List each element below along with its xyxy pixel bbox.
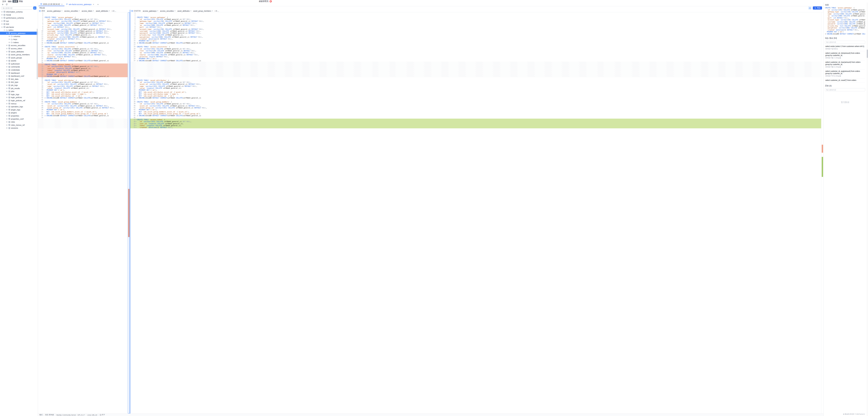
- expander-icon[interactable]: ⊟: [1, 26, 3, 28]
- document-tab-1[interactable]: 2025-12-30 08:34:42✕: [39, 3, 64, 6]
- tree-item-job_results[interactable]: ⊞job_results: [0, 87, 38, 90]
- expander-icon[interactable]: ⊞: [6, 48, 8, 49]
- expander-icon[interactable]: ⊞: [6, 94, 8, 95]
- tree-item-mysql[interactable]: ⊞mysql: [0, 13, 38, 16]
- close-tab-icon[interactable]: ✕: [108, 10, 110, 12]
- expander-icon[interactable]: ⊞: [6, 75, 8, 77]
- new-tab-button[interactable]: +: [96, 3, 100, 6]
- close-tab-icon[interactable]: ✕: [157, 10, 158, 12]
- expander-icon[interactable]: ⊞: [6, 118, 8, 120]
- expander-icon[interactable]: ⊞: [8, 41, 10, 43]
- expander-icon[interactable]: ⊞: [6, 127, 8, 129]
- tree-item-authorised[interactable]: ⊞authorised: [0, 62, 38, 65]
- tree-item-win-factor[interactable]: ⊟win-factor: [0, 26, 38, 29]
- expander-icon[interactable]: ⊞: [6, 72, 8, 74]
- expander-icon[interactable]: ⊞: [6, 124, 8, 126]
- expander-icon[interactable]: ⊞: [1, 17, 3, 19]
- editor-tab-access_gateways[interactable]: access_gateways✕: [143, 10, 158, 12]
- tree-item-roles[interactable]: ⊞roles: [0, 120, 38, 124]
- close-tab-icon[interactable]: ✕: [61, 3, 63, 5]
- tree-item-job_logs[interactable]: ⊞job_logs: [0, 84, 38, 87]
- tree-item-sessions[interactable]: ⊞sessions: [0, 127, 38, 130]
- refresh-icon[interactable]: [6, 3, 8, 5]
- tree-item-information_schema[interactable]: ⊞information_schema: [0, 10, 38, 13]
- expander-icon[interactable]: ⊞: [6, 103, 8, 105]
- tree-item-jobs[interactable]: ⊞jobs: [0, 90, 38, 93]
- expander-icon[interactable]: ⊞: [6, 109, 8, 111]
- tree-item-assets[interactable]: ⊞assets: [0, 59, 38, 63]
- tree-item-access_gateways[interactable]: ⊟access_gateways: [0, 32, 38, 35]
- menu-item-查看[interactable]: 查看: [12, 0, 18, 3]
- tree-item-asset_groups[interactable]: ⊞asset_groups: [0, 56, 38, 59]
- expander-icon[interactable]: ⊟: [3, 29, 5, 31]
- expander-icon[interactable]: ⊞: [6, 121, 8, 123]
- tree-item-access_token[interactable]: ⊞access_token: [0, 47, 38, 50]
- tree-item-keys[interactable]: ⊞keys: [0, 38, 38, 41]
- expander-icon[interactable]: ⊞: [6, 106, 8, 107]
- close-tab-icon[interactable]: ✕: [212, 10, 213, 12]
- tree-item-access_securities[interactable]: ⊞access_securities: [0, 44, 38, 47]
- menu-item-文件[interactable]: 文件: [1, 0, 7, 3]
- collapse-all-button[interactable]: [33, 6, 36, 9]
- expander-icon[interactable]: ⊞: [6, 54, 8, 56]
- expander-icon[interactable]: ⊞: [6, 51, 8, 53]
- close-tab-icon[interactable]: ✕: [174, 10, 176, 12]
- editor-tab-asset_attributes[interactable]: asset_attributes✕: [177, 10, 191, 12]
- expander-icon[interactable]: ⊞: [1, 11, 3, 13]
- expander-icon[interactable]: ⊞: [8, 35, 10, 37]
- source-overview-ruler[interactable]: [128, 12, 130, 131]
- editor-tab-access_securities[interactable]: access_securities✕: [160, 10, 176, 12]
- expander-icon[interactable]: ⊞: [6, 97, 8, 98]
- tree-item-menus[interactable]: ⊞menus: [0, 102, 38, 105]
- tree-item-credentials[interactable]: ⊞credentials: [0, 68, 38, 71]
- expander-icon[interactable]: ⊞: [6, 44, 8, 46]
- more-tabs-button[interactable]: + 4 ...: [112, 10, 116, 12]
- document-tab-2[interactable]: win-factor.access_gateways✕: [64, 3, 96, 6]
- expander-icon[interactable]: ⊞: [6, 69, 8, 71]
- expander-icon[interactable]: ⊞: [6, 66, 8, 68]
- sidebar-search-input[interactable]: [1, 6, 33, 9]
- tree-item-plugins[interactable]: ⊞plugins: [0, 111, 38, 114]
- tree-item-commands[interactable]: ⊞commands: [0, 65, 38, 69]
- target-code-area[interactable]: 123CREATE TABLE `access_gateways` (4 `id…: [130, 12, 273, 131]
- expander-icon[interactable]: ⊞: [1, 14, 3, 16]
- expander-icon[interactable]: ⊞: [8, 38, 10, 40]
- expander-icon[interactable]: ⊞: [1, 20, 3, 22]
- tree-item-columns[interactable]: ⊞columns: [0, 35, 38, 38]
- tree-item-asset_attributes[interactable]: ⊞asset_attributes: [0, 50, 38, 53]
- expander-icon[interactable]: ⊞: [6, 112, 8, 113]
- close-tab-icon[interactable]: ✕: [79, 10, 80, 12]
- expander-icon[interactable]: ⊟: [6, 32, 8, 34]
- expander-icon[interactable]: ⊞: [6, 63, 8, 65]
- expander-icon[interactable]: ⊞: [1, 23, 3, 25]
- expander-icon[interactable]: ⊞: [6, 84, 8, 86]
- close-tab-icon[interactable]: ✕: [93, 10, 94, 12]
- editor-tab-asset_attributes[interactable]: asset_attributes✕: [96, 10, 110, 12]
- expander-icon[interactable]: ⊞: [6, 88, 8, 89]
- expander-icon[interactable]: ⊞: [6, 115, 8, 117]
- expander-icon[interactable]: ⊞: [6, 60, 8, 62]
- sidebar-scrollbar[interactable]: [37, 13, 38, 117]
- tree-item-dict_type[interactable]: ⊞dict_type: [0, 81, 38, 84]
- menu-item-帮助[interactable]: 帮助: [18, 0, 24, 3]
- tree-item-login_policies[interactable]: ⊞login_policies: [0, 96, 38, 99]
- tree-item-properties_conf[interactable]: ⊞properties_conf: [0, 117, 38, 120]
- expander-icon[interactable]: ⊞: [6, 100, 8, 101]
- editor-tab-access_securities[interactable]: access_securities✕: [64, 10, 80, 12]
- editor-tab-access_token[interactable]: access_token✕: [82, 10, 94, 12]
- tree-item-login_policies_ref[interactable]: ⊞login_policies_ref: [0, 99, 38, 102]
- user-avatar[interactable]: [270, 0, 272, 2]
- tree-item-dashboard[interactable]: ⊞dashboard: [0, 71, 38, 75]
- tree-item-dashboard_conf[interactable]: ⊞dashboard_conf: [0, 74, 38, 77]
- add-connection-icon[interactable]: [2, 3, 4, 5]
- editor-tab-access_gateways[interactable]: access_gateways✕: [47, 10, 62, 12]
- tree-item-sys[interactable]: ⊞sys: [0, 20, 38, 23]
- tree-item-plugin_logs[interactable]: ⊞plugin_logs: [0, 108, 38, 111]
- close-tab-icon[interactable]: ✕: [61, 10, 63, 12]
- tree-item-test[interactable]: ⊞test: [0, 23, 38, 26]
- tree-item-roles_menus_ref[interactable]: ⊞roles_menus_ref: [0, 124, 38, 127]
- source-code-area[interactable]: 123CREATE TABLE `access_gateways` (4 `id…: [38, 12, 128, 131]
- tree-item-operation_logs[interactable]: ⊞operation_logs: [0, 105, 38, 108]
- more-tabs-button[interactable]: + 5 ...: [215, 10, 219, 12]
- tree-item-indexs[interactable]: ⊞indexs: [0, 41, 38, 44]
